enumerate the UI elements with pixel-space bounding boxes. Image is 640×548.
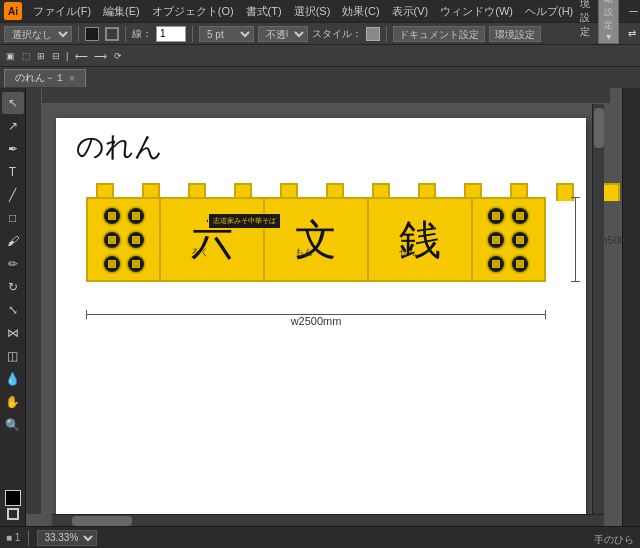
ai-logo-menu: Ai xyxy=(4,2,22,20)
noren-panel-roku: 六 ろく xyxy=(161,199,265,280)
line-tool[interactable]: ╱ xyxy=(2,184,24,206)
noren-container: 志道家みそ中華そば xyxy=(86,183,546,293)
coin-r6 xyxy=(510,254,530,274)
main-area: ↖ ↗ ✒ T ╱ □ 🖌 ✏ ↻ ⤡ ⋈ ◫ 💧 ✋ 🔍 Ai のれん xyxy=(0,88,640,526)
noren-tab-11 xyxy=(556,183,574,201)
kanji-mon-group: 文 もん xyxy=(295,219,337,261)
pen-tool[interactable]: ✒ xyxy=(2,138,24,160)
opacity-select[interactable]: 不透明度 xyxy=(258,26,308,42)
tb2-icon2[interactable]: ⬚ xyxy=(22,51,31,61)
coin-row-r1 xyxy=(486,206,530,226)
stroke-box[interactable] xyxy=(7,508,19,520)
fill-color[interactable] xyxy=(85,27,99,41)
pencil-tool[interactable]: ✏ xyxy=(2,253,24,275)
rect-tool[interactable]: □ xyxy=(2,207,24,229)
menu-type[interactable]: 書式(T) xyxy=(241,2,287,21)
coin-row-1 xyxy=(102,206,146,226)
coin-r2 xyxy=(510,206,530,226)
divider-2 xyxy=(125,26,126,42)
canvas-title: のれん xyxy=(76,128,163,166)
tb2-icon4[interactable]: ⊟ xyxy=(52,51,60,61)
status-divider xyxy=(28,530,29,546)
tab-bar: のれん－１ × xyxy=(0,66,640,88)
right-toolbar-controls: ⇄ xyxy=(628,28,636,39)
eyedropper-tool[interactable]: 💧 xyxy=(2,368,24,390)
dim-text-height: h500mm xyxy=(601,234,622,246)
arrange-icon[interactable]: ⇄ xyxy=(628,28,636,39)
style-swatch[interactable] xyxy=(366,27,380,41)
color-controls xyxy=(5,488,21,522)
ruler-left xyxy=(26,88,42,514)
reading-sen: せん xyxy=(399,246,417,259)
status-tool-area: 手のひら xyxy=(594,529,634,547)
font-size-select[interactable]: 5 pt xyxy=(199,26,254,42)
noren-subtitle: 志道家みそ中華そば xyxy=(208,213,281,229)
tb2-icon6[interactable]: ⟶ xyxy=(94,51,107,61)
status-bar: ■ 1 33.33% 50% 100% 手のひら xyxy=(0,526,640,548)
zoom-tool[interactable]: 🔍 xyxy=(2,414,24,436)
menu-effect[interactable]: 効果(C) xyxy=(337,2,384,21)
scroll-thumb-v[interactable] xyxy=(594,108,604,148)
coin-r1 xyxy=(486,206,506,226)
coin-3 xyxy=(102,230,122,250)
zoom-select[interactable]: 33.33% 50% 100% xyxy=(37,530,97,546)
stroke-width-input[interactable] xyxy=(156,26,186,42)
menu-view[interactable]: 表示(V) xyxy=(387,2,434,21)
menu-object[interactable]: オブジェクト(O) xyxy=(147,2,239,21)
noren-banner[interactable]: 志道家みそ中華そば xyxy=(86,183,546,303)
scrollbar-vertical[interactable] xyxy=(592,88,604,526)
coin-row-r3 xyxy=(486,254,530,274)
workspace-label: 環境設定 xyxy=(580,0,590,39)
divider-3 xyxy=(192,26,193,42)
paintbrush-tool[interactable]: 🖌 xyxy=(2,230,24,252)
selection-dropdown[interactable]: 選択なし xyxy=(4,26,72,42)
active-tab[interactable]: のれん－１ × xyxy=(4,69,86,87)
tab-close[interactable]: × xyxy=(69,73,75,84)
initial-settings[interactable]: 初期設定▼ xyxy=(598,0,619,44)
minimize-btn[interactable]: ─ xyxy=(629,4,638,18)
fill-box[interactable] xyxy=(5,490,21,506)
coin-group-right xyxy=(486,206,530,274)
menu-file[interactable]: ファイル(F) xyxy=(28,2,96,21)
doc-settings-btn[interactable]: ドキュメント設定 xyxy=(393,26,485,42)
menu-help[interactable]: ヘルプ(H) xyxy=(520,2,578,21)
right-panel xyxy=(622,88,640,526)
style-label: スタイル： xyxy=(312,27,362,41)
tb2-icon5[interactable]: ⟵ xyxy=(75,51,88,61)
coin-6 xyxy=(126,254,146,274)
menu-bar: Ai ファイル(F) 編集(E) オブジェクト(O) 書式(T) 選択(S) 効… xyxy=(0,0,640,22)
scale-tool[interactable]: ⤡ xyxy=(2,299,24,321)
blend-tool[interactable]: ⋈ xyxy=(2,322,24,344)
hand-tool[interactable]: ✋ xyxy=(2,391,24,413)
dim-line-vertical: h500mm xyxy=(575,197,576,282)
toolbar2-content: ▣ ⬚ ⊞ ⊟ | ⟵ ⟶ ⟳ xyxy=(4,51,124,61)
tb2-icon1[interactable]: ▣ xyxy=(6,51,15,61)
tb2-icon3[interactable]: ⊞ xyxy=(37,51,45,61)
menu-select[interactable]: 選択(S) xyxy=(289,2,336,21)
direct-select-tool[interactable]: ↗ xyxy=(2,115,24,137)
menu-window[interactable]: ウィンドウ(W) xyxy=(435,2,518,21)
type-tool[interactable]: T xyxy=(2,161,24,183)
noren-panel-mon: 文 もん xyxy=(265,199,369,280)
coin-row-r2 xyxy=(486,230,530,250)
env-settings-btn[interactable]: 環境設定 xyxy=(489,26,541,42)
menu-edit[interactable]: 編集(E) xyxy=(98,2,145,21)
scrollbar-horizontal[interactable] xyxy=(52,514,604,526)
noren-panel-sen: 銭 せん xyxy=(369,199,473,280)
scroll-thumb-h[interactable] xyxy=(72,516,132,526)
stroke-color[interactable] xyxy=(105,27,119,41)
noren-panel-coins-right xyxy=(473,199,544,280)
coin-4 xyxy=(126,230,146,250)
stroke-label: 線： xyxy=(132,27,152,41)
ruler-top xyxy=(26,88,610,104)
tool-name: 手のひら xyxy=(594,534,634,545)
coin-row-3 xyxy=(102,254,146,274)
select-tool[interactable]: ↖ xyxy=(2,92,24,114)
gradient-tool[interactable]: ◫ xyxy=(2,345,24,367)
divider-1 xyxy=(78,26,79,42)
noren-tab-12 xyxy=(602,183,620,201)
tb2-icon7[interactable]: ⟳ xyxy=(114,51,122,61)
rotate-tool[interactable]: ↻ xyxy=(2,276,24,298)
divider-4 xyxy=(386,26,387,42)
canvas-area[interactable]: のれん xyxy=(26,88,622,526)
